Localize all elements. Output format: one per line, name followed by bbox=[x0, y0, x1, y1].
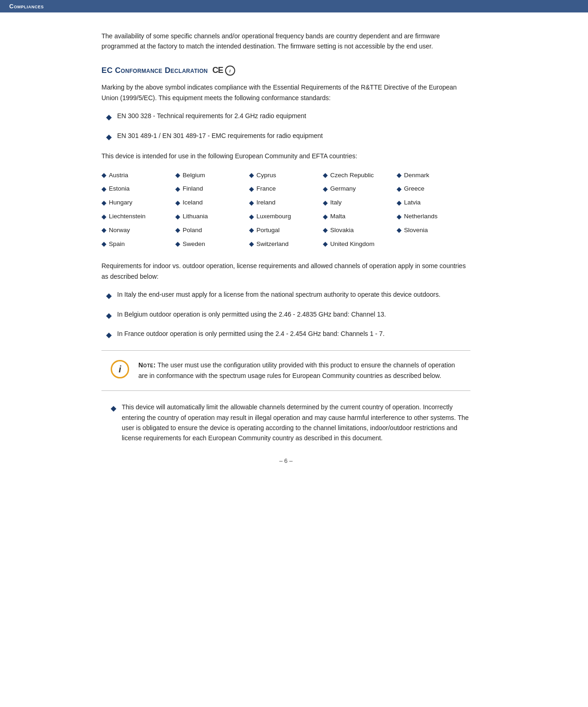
bullet-diamond: ◆ bbox=[101, 198, 107, 209]
note-box: i Note: The user must use the configurat… bbox=[101, 350, 470, 391]
country-item: ◆United Kingdom bbox=[323, 239, 397, 250]
bullet-diamond: ◆ bbox=[101, 211, 107, 222]
country-item: ◆Slovenia bbox=[397, 225, 470, 236]
bullet-diamond: ◆ bbox=[101, 184, 107, 195]
bullet-diamond: ◆ bbox=[106, 131, 112, 143]
intro-paragraph: The availability of some specific channe… bbox=[101, 31, 470, 52]
requirement-item: In France outdoor operation is only perm… bbox=[117, 329, 385, 339]
countries-intro: This device is intended for use in the f… bbox=[101, 151, 470, 162]
country-item: ◆Iceland bbox=[175, 198, 249, 209]
bullet-diamond: ◆ bbox=[323, 211, 328, 222]
final-bullet-text: This device will automatically limit the… bbox=[122, 402, 470, 443]
page-header: Compliances bbox=[0, 0, 588, 12]
country-item: ◆Cyprus bbox=[249, 170, 323, 181]
country-item: ◆Lithuania bbox=[175, 211, 249, 222]
country-item: ◆Portugal bbox=[249, 225, 323, 236]
requirements-list: ◆ In Italy the end-user must apply for a… bbox=[106, 289, 470, 341]
bullet-diamond: ◆ bbox=[101, 239, 107, 250]
list-item: ◆ EN 300 328 - Technical requirements fo… bbox=[106, 111, 470, 123]
requirement-item: In Belgium outdoor operation is only per… bbox=[117, 309, 386, 319]
country-item: ◆Finland bbox=[175, 184, 249, 195]
note-icon: i bbox=[111, 360, 129, 378]
bullet-diamond: ◆ bbox=[323, 170, 328, 181]
bullet-diamond: ◆ bbox=[249, 184, 254, 195]
bullet-diamond: ◆ bbox=[323, 225, 328, 236]
page-content: The availability of some specific channe… bbox=[0, 12, 507, 492]
bullet-diamond: ◆ bbox=[397, 198, 402, 209]
country-item: ◆Malta bbox=[323, 211, 397, 222]
note-body: The user must use the configuration util… bbox=[138, 361, 455, 379]
bullet-diamond: ◆ bbox=[106, 290, 112, 302]
country-item: ◆Norway bbox=[101, 225, 175, 236]
country-item: ◆France bbox=[249, 184, 323, 195]
country-item: ◆Czech Republic bbox=[323, 170, 397, 181]
country-item: ◆Denmark bbox=[397, 170, 470, 181]
list-item: ◆ EN 301 489-1 / EN 301 489-17 - EMC req… bbox=[106, 131, 470, 143]
list-item: ◆ In Italy the end-user must apply for a… bbox=[106, 289, 470, 302]
bullet-diamond: ◆ bbox=[101, 170, 107, 181]
bullet-diamond: ◆ bbox=[106, 111, 112, 123]
country-item bbox=[397, 239, 470, 250]
country-item: ◆Ireland bbox=[249, 198, 323, 209]
bullet-diamond: ◆ bbox=[106, 310, 112, 322]
country-item: ◆Hungary bbox=[101, 198, 175, 209]
bullet-diamond: ◆ bbox=[101, 225, 107, 236]
bullet-diamond: ◆ bbox=[175, 225, 180, 236]
bullet-diamond: ◆ bbox=[111, 402, 116, 414]
bullet-diamond: ◆ bbox=[175, 170, 180, 181]
requirement-item: In Italy the end-user must apply for a l… bbox=[117, 289, 440, 300]
bullet-diamond: ◆ bbox=[323, 239, 328, 250]
header-title: Compliances bbox=[9, 3, 44, 10]
country-item: ◆Belgium bbox=[175, 170, 249, 181]
list-item: ◆ In France outdoor operation is only pe… bbox=[106, 329, 470, 341]
bullet-diamond: ◆ bbox=[249, 211, 254, 222]
bullet-diamond: ◆ bbox=[397, 225, 402, 236]
requirements-intro: Requirements for indoor vs. outdoor oper… bbox=[101, 261, 470, 282]
list-item: ◆ This device will automatically limit t… bbox=[111, 402, 470, 443]
bullet-diamond: ◆ bbox=[175, 198, 180, 209]
bullet-diamond: ◆ bbox=[175, 184, 180, 195]
bullet-diamond: ◆ bbox=[397, 170, 402, 181]
bullet-diamond: ◆ bbox=[397, 211, 402, 222]
standard-item: EN 300 328 - Technical requirements for … bbox=[117, 111, 306, 121]
country-item: ◆Germany bbox=[323, 184, 397, 195]
info-icon: i bbox=[225, 66, 235, 76]
country-item: ◆Slovakia bbox=[323, 225, 397, 236]
bullet-diamond: ◆ bbox=[106, 329, 112, 341]
bullet-diamond: ◆ bbox=[323, 184, 328, 195]
bullet-diamond: ◆ bbox=[397, 184, 402, 195]
country-item: ◆Estonia bbox=[101, 184, 175, 195]
bullet-diamond: ◆ bbox=[249, 225, 254, 236]
countries-grid: ◆Austria ◆Belgium ◆Cyprus ◆Czech Republi… bbox=[101, 170, 470, 250]
bullet-diamond: ◆ bbox=[175, 211, 180, 222]
ce-mark: CE i bbox=[213, 66, 235, 76]
note-text: Note: The user must use the configuratio… bbox=[138, 360, 461, 381]
country-item: ◆Greece bbox=[397, 184, 470, 195]
bullet-diamond: ◆ bbox=[323, 198, 328, 209]
bullet-diamond: ◆ bbox=[175, 239, 180, 250]
ec-section-title: EC Conformance Declaration CE i bbox=[101, 66, 470, 76]
country-item: ◆Netherlands bbox=[397, 211, 470, 222]
country-item: ◆Switzerland bbox=[249, 239, 323, 250]
bullet-diamond: ◆ bbox=[249, 170, 254, 181]
standard-item: EN 301 489-1 / EN 301 489-17 - EMC requi… bbox=[117, 131, 323, 141]
list-item: ◆ In Belgium outdoor operation is only p… bbox=[106, 309, 470, 322]
country-item: ◆Poland bbox=[175, 225, 249, 236]
country-item: ◆Austria bbox=[101, 170, 175, 181]
ce-symbol: CE bbox=[213, 66, 223, 75]
bullet-diamond: ◆ bbox=[249, 239, 254, 250]
country-item: ◆Sweden bbox=[175, 239, 249, 250]
country-item: ◆Liechtenstein bbox=[101, 211, 175, 222]
note-label: Note: bbox=[138, 361, 156, 369]
country-item: ◆Italy bbox=[323, 198, 397, 209]
ec-body-text: Marking by the above symbol indicates co… bbox=[101, 82, 470, 103]
page-number: – 6 – bbox=[101, 457, 470, 464]
country-item: ◆Spain bbox=[101, 239, 175, 250]
standards-list: ◆ EN 300 328 - Technical requirements fo… bbox=[106, 111, 470, 143]
final-bullet-list: ◆ This device will automatically limit t… bbox=[111, 402, 470, 443]
country-item: ◆Luxembourg bbox=[249, 211, 323, 222]
country-item: ◆Latvia bbox=[397, 198, 470, 209]
bullet-diamond: ◆ bbox=[249, 198, 254, 209]
